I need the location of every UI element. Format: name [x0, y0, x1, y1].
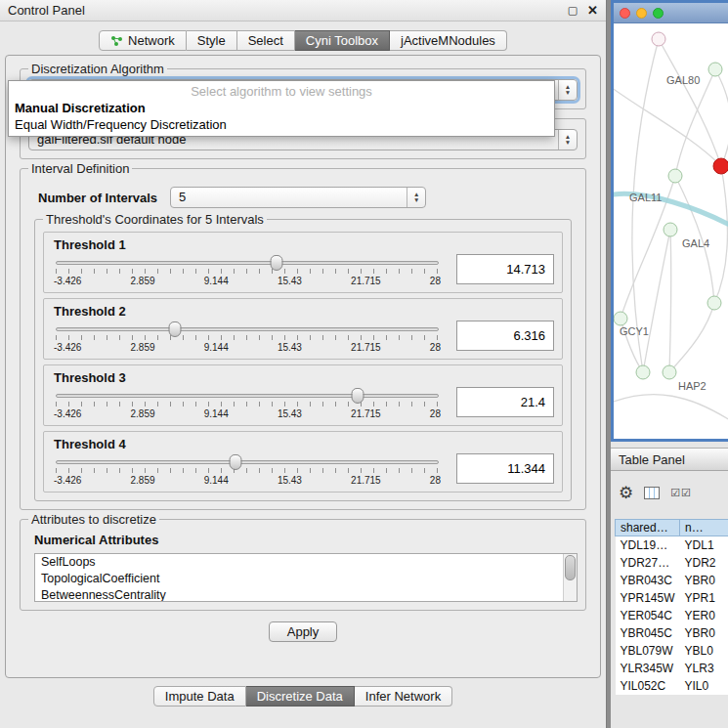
- slider-track[interactable]: [56, 261, 439, 265]
- column-header-name[interactable]: n…: [680, 520, 728, 536]
- close-traffic-light-icon[interactable]: [620, 8, 630, 19]
- table-row[interactable]: YER054CYER0: [616, 607, 728, 624]
- columns-icon[interactable]: [644, 487, 660, 499]
- tick-label: 9.144: [204, 408, 229, 419]
- select-columns-checkboxes-icon[interactable]: ☑☑: [670, 487, 692, 499]
- table-cell[interactable]: YDL1: [680, 536, 728, 555]
- tick-label: -3.426: [54, 276, 81, 286]
- table-row[interactable]: YBR043CYBR0: [616, 572, 728, 589]
- tick-label: 2.859: [131, 276, 155, 286]
- tick-label: -3.426: [54, 408, 81, 419]
- minimize-traffic-light-icon[interactable]: [636, 8, 647, 19]
- right-side-panel: GAL80GAL11GAL4GCY1HAP2 Table Panel ⚙ ☑☑ …: [611, 0, 728, 728]
- slider-thumb[interactable]: [352, 388, 364, 404]
- network-node-gal80[interactable]: [708, 63, 722, 76]
- tab-label: Discretize Data: [257, 689, 343, 704]
- table-cell[interactable]: YBR0: [680, 572, 728, 589]
- slider-track[interactable]: [56, 327, 439, 331]
- threshold-1-panel: Threshold 1 -3.4262.8599.14415.4321.7152…: [43, 232, 563, 293]
- threshold-2-value-field[interactable]: 6.316: [456, 321, 554, 351]
- network-node[interactable]: [652, 32, 665, 46]
- node-label: GCY1: [620, 325, 649, 337]
- popup-option-manual-discretization[interactable]: Manual Discretization: [9, 100, 554, 116]
- table-cell[interactable]: YIL052C: [616, 677, 680, 695]
- table-cell[interactable]: YDR2: [680, 554, 728, 572]
- combo-stepper-icon[interactable]: ▲▼: [407, 188, 425, 207]
- tab-style[interactable]: Style: [187, 30, 237, 51]
- threshold-1-slider[interactable]: -3.4262.8599.14415.4321.71528: [52, 252, 443, 286]
- tab-network[interactable]: Network: [99, 30, 187, 51]
- network-node[interactable]: [707, 296, 721, 310]
- table-row[interactable]: YIL052CYIL0: [616, 677, 728, 695]
- tab-label: Infer Network: [365, 689, 441, 704]
- tick-label: 28: [430, 475, 441, 486]
- network-node-hap2[interactable]: [663, 365, 676, 379]
- network-node[interactable]: [713, 158, 728, 174]
- combo-stepper-icon[interactable]: ▲▼: [558, 130, 577, 150]
- table-cell[interactable]: YPR145W: [616, 589, 680, 607]
- column-header-shared-name[interactable]: shared…: [616, 520, 680, 536]
- tick-label: 9.144: [204, 475, 229, 486]
- scrollbar-thumb[interactable]: [565, 555, 576, 580]
- tick-label: 15.43: [278, 475, 302, 486]
- table-row[interactable]: YDR27…YDR2: [616, 554, 728, 572]
- threshold-3-value-field[interactable]: 21.4: [456, 387, 554, 417]
- tab-impute-data[interactable]: Impute Data: [153, 686, 246, 707]
- tab-discretize-data[interactable]: Discretize Data: [246, 686, 355, 707]
- table-cell[interactable]: YDR27…: [616, 554, 680, 572]
- slider-thumb[interactable]: [271, 255, 283, 271]
- list-item[interactable]: BetweennessCentrality: [35, 587, 563, 602]
- popup-option-equal-width-frequency[interactable]: Equal Width/Frequency Discretization: [9, 116, 554, 133]
- list-scrollbar[interactable]: [563, 554, 577, 601]
- float-window-icon[interactable]: ▢: [568, 4, 578, 17]
- table-cell[interactable]: YER0: [680, 607, 728, 624]
- threshold-3-slider[interactable]: -3.4262.8599.14415.4321.71528: [52, 385, 443, 419]
- table-row[interactable]: YBL079WYBL0: [616, 642, 728, 660]
- network-node-gal11[interactable]: [668, 169, 682, 183]
- threshold-2-slider[interactable]: -3.4262.8599.14415.4321.71528: [52, 319, 443, 353]
- threshold-4-slider[interactable]: -3.4262.8599.14415.4321.71528: [52, 451, 443, 486]
- table-cell[interactable]: YBL079W: [616, 642, 680, 660]
- tab-infer-network[interactable]: Infer Network: [355, 686, 452, 707]
- table-cell[interactable]: YPR1: [680, 589, 728, 607]
- network-node-gcy1[interactable]: [614, 312, 627, 325]
- list-item[interactable]: SelfLoops: [35, 554, 563, 571]
- tab-select[interactable]: Select: [237, 30, 295, 51]
- table-cell[interactable]: YER054C: [616, 607, 680, 624]
- close-icon[interactable]: ✕: [587, 3, 598, 18]
- tick-label: 21.715: [351, 408, 381, 419]
- table-row[interactable]: YBR045CYBR0: [616, 624, 728, 642]
- network-node-gal4[interactable]: [664, 223, 677, 236]
- table-cell[interactable]: YBL0: [680, 642, 728, 660]
- list-item[interactable]: TopologicalCoefficient: [35, 571, 563, 587]
- slider-thumb[interactable]: [168, 321, 181, 337]
- slider-thumb[interactable]: [230, 454, 242, 470]
- tick-label: -3.426: [54, 342, 81, 353]
- threshold-4-value-field[interactable]: 11.344: [456, 453, 554, 484]
- combo-stepper-icon[interactable]: ▲▼: [558, 80, 577, 100]
- table-cell[interactable]: YBR043C: [616, 572, 680, 589]
- table-row[interactable]: YDL19…YDL1: [616, 536, 728, 555]
- apply-button[interactable]: Apply: [269, 621, 338, 642]
- tab-jactivemnodules[interactable]: jActiveMNodules: [390, 30, 507, 51]
- threshold-1-value-field[interactable]: 14.713: [456, 254, 554, 284]
- tick-label: 9.144: [204, 342, 229, 353]
- table-cell[interactable]: YIL0: [680, 677, 728, 695]
- zoom-traffic-light-icon[interactable]: [653, 8, 664, 19]
- gear-icon[interactable]: ⚙: [619, 485, 633, 501]
- number-of-intervals-combobox[interactable]: 5 ▲▼: [170, 187, 426, 208]
- table-cell[interactable]: YLR345W: [616, 660, 680, 677]
- slider-track[interactable]: [56, 394, 439, 398]
- table-cell[interactable]: YLR3: [680, 660, 728, 677]
- network-canvas[interactable]: GAL80GAL11GAL4GCY1HAP2: [614, 23, 728, 442]
- table-cell[interactable]: YBR0: [680, 624, 728, 642]
- table-row[interactable]: YLR345WYLR3: [616, 660, 728, 677]
- table-cell[interactable]: YBR045C: [616, 624, 680, 642]
- network-node[interactable]: [636, 365, 650, 379]
- table-cell[interactable]: YDL19…: [616, 536, 680, 555]
- table-row[interactable]: YPR145WYPR1: [616, 589, 728, 607]
- tab-cyni-toolbox[interactable]: Cyni Toolbox: [295, 30, 390, 51]
- tick-label: 9.144: [204, 276, 229, 286]
- group-title: Discretization Algorithm: [28, 62, 167, 76]
- slider-track[interactable]: [56, 460, 439, 464]
